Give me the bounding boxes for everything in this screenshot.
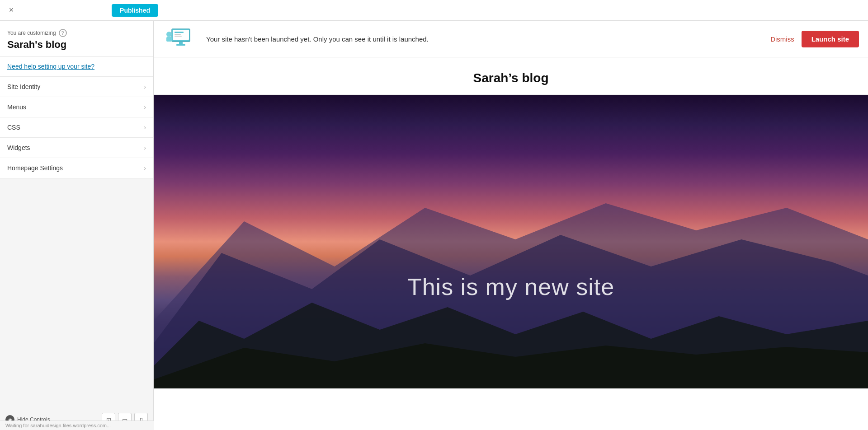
top-bar: × Published [0,0,868,21]
blog-title: Sarah's blog [7,39,146,51]
main-layout: You are customizing ? Sarah's blog Need … [0,21,868,430]
chevron-right-icon: › [144,83,146,90]
chevron-right-icon: › [144,103,146,111]
help-link[interactable]: Need help setting up your site? [0,56,153,77]
svg-point-4 [166,32,172,37]
blog-preview: Sarah’s blog Th [154,57,868,430]
chevron-right-icon: › [144,164,146,172]
menu-item-label: Homepage Settings [7,164,63,172]
sidebar-item-widgets[interactable]: Widgets › [0,138,153,158]
sidebar-item-menus[interactable]: Menus › [0,97,153,117]
sidebar-item-homepage-settings[interactable]: Homepage Settings › [0,158,153,178]
menu-item-label: Widgets [7,144,30,151]
published-button[interactable]: Published [112,4,158,17]
svg-rect-3 [176,44,185,46]
chevron-right-icon: › [144,144,146,151]
menu-item-label: Menus [7,103,26,111]
svg-rect-8 [175,36,182,37]
sidebar-item-site-identity[interactable]: Site Identity › [0,77,153,97]
hero-text: This is my new site [407,273,614,300]
blog-header: Sarah’s blog [154,57,868,95]
sidebar-header: You are customizing ? Sarah's blog [0,21,153,56]
menu-item-label: CSS [7,124,20,131]
sidebar-item-css[interactable]: CSS › [0,117,153,138]
preview-area: Your site hasn't been launched yet. Only… [154,21,868,430]
sidebar-menu: Site Identity › Menus › CSS › Widgets › … [0,77,153,430]
dismiss-button[interactable]: Dismiss [770,35,794,43]
launch-notice: Your site hasn't been launched yet. Only… [154,21,868,57]
sidebar: You are customizing ? Sarah's blog Need … [0,21,154,430]
notice-illustration [163,25,199,52]
hero-background [154,95,868,388]
chevron-right-icon: › [144,124,146,131]
mountains-svg [154,95,868,388]
menu-item-label: Site Identity [7,83,40,90]
hero-section: This is my new site [154,95,868,388]
blog-name: Sarah’s blog [163,71,859,85]
notice-text: Your site hasn't been launched yet. Only… [206,35,763,43]
help-icon[interactable]: ? [59,29,67,37]
svg-rect-7 [175,34,181,35]
svg-rect-5 [166,37,172,42]
status-bar: Waiting for sarahuidesign.files.wordpres… [0,421,154,430]
svg-rect-2 [179,42,183,44]
svg-rect-6 [175,32,184,33]
customizing-label: You are customizing ? [7,29,146,37]
close-button[interactable]: × [5,4,18,17]
top-bar-left: × Published [5,4,158,17]
illustration-svg [163,25,199,52]
launch-site-button[interactable]: Launch site [802,31,859,47]
